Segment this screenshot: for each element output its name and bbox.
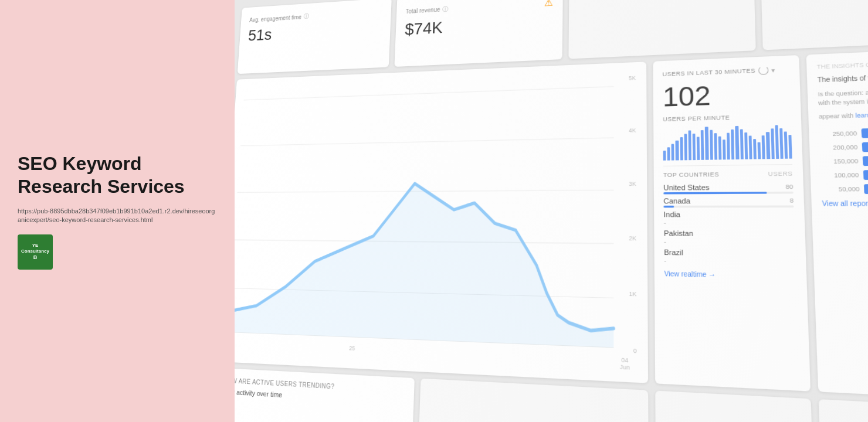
bottom-card-placeholder-1 [418,379,648,422]
country-name-in: India [664,210,795,219]
y-label-2k: 2K [629,235,636,242]
country-item-us: United States 80 [663,183,794,195]
logo-badge: YE Consultancy B [18,234,53,270]
h-bar-label-1: 250,000 [819,130,857,138]
upm-bar [705,127,708,160]
h-bar-row-2: 200,000 [820,140,868,152]
horizontal-bars: 250,000 200,000 150,000 [819,126,868,194]
upm-bar [762,135,765,159]
content-row: 5K 4K 3K 2K 1K 0 [235,47,868,401]
upm-bar [684,134,687,160]
upm-bar [727,133,730,160]
upm-bar [663,151,666,161]
line-chart-svg [235,72,637,354]
realtime-header: USERS IN LAST 30 MINUTES ▾ [662,64,789,79]
page-title: SEO Keyword Research Services [18,152,217,198]
upm-label: USERS PER MINUTE [663,113,791,122]
country-dash-br: - [664,257,795,266]
realtime-card: USERS IN LAST 30 MINUTES ▾ 102 USERS PER… [653,55,811,392]
upm-bar [740,129,743,159]
upm-bar [775,125,779,159]
realtime-count: 102 [663,79,791,111]
upm-bar [701,130,704,160]
right-card-desc1: Is the question: an order did some insig… [818,86,868,107]
h-bar-row-5: 50,000 [821,183,868,195]
info-icon-revenue: ⓘ [442,5,448,13]
upm-bar [697,137,700,160]
country-name-us: United States [663,183,710,192]
upm-bar [735,126,739,159]
chevron-icon: ▾ [771,66,775,74]
y-label-1k: 1K [629,291,636,298]
metric-value-revenue: $74K [405,12,553,39]
upm-bar [766,132,769,159]
x-label-space [482,350,482,364]
country-dash-pk: - [664,238,795,247]
bottom-card-placeholder-3 [819,399,868,422]
upm-bar [779,128,784,159]
svg-line-1 [240,138,613,146]
upm-bar [771,128,775,159]
refresh-icon[interactable] [758,66,768,75]
h-bar-container-1 [862,126,868,138]
y-label-3k: 3K [629,181,636,187]
upm-bar [748,135,752,159]
y-label-5k: 5K [629,75,636,81]
upm-bar [676,141,679,161]
logo-text-line2: B [33,254,38,261]
upm-bar [710,130,713,160]
upm-bar [758,142,761,159]
y-label-0: 0 [633,348,637,355]
top-countries-header: TOP COUNTRIES USERS [663,164,793,178]
country-count-ca: 8 [790,197,794,204]
chart-y-labels: 5K 4K 3K 2K 1K 0 [629,75,637,355]
upm-bar [688,130,691,160]
country-item-in: India - [664,210,795,227]
country-count-us: 80 [785,183,793,190]
bottom-card-trending: HOW ARE ACTIVE USERS TRENDING? User acti… [235,367,415,422]
upm-bar [718,137,722,160]
h-bar-row-4: 100,000 [820,169,868,180]
y-label-4k: 4K [629,127,636,134]
h-bar-fill-4 [863,169,868,179]
metric-card-placeholder-2 [761,0,868,50]
left-panel: SEO Keyword Research Services https://pu… [0,0,235,422]
upm-bar [731,130,734,159]
view-all-reports-link[interactable]: View all reports → [822,199,868,207]
h-bar-label-4: 100,000 [821,171,859,179]
h-bar-container-4 [863,169,868,180]
metric-card-engagement: Avg. engagement time ⓘ 51s [238,0,392,74]
country-name-ca: Canada [663,197,690,205]
h-bar-row-1: 250,000 [819,126,868,139]
h-bar-container-5 [864,183,868,194]
country-item-pk: Pakistan - [664,229,795,247]
upm-bar [744,132,748,159]
upm-bar [667,147,670,161]
dashboard-container: Avg. engagement time ⓘ 51s Total revenue… [235,0,868,422]
right-card-desc2: appear with learn more [819,108,868,121]
upm-bar [788,135,792,159]
page-url: https://pub-8895dbba28b347f09eb1b991b10a… [18,207,217,225]
metric-card-placeholder-1 [568,0,755,59]
h-bar-container-2 [862,140,868,152]
svg-line-0 [244,87,614,100]
h-bar-label-3: 150,000 [820,158,859,165]
learn-more-link[interactable]: learn more [855,111,868,119]
users-col-label: USERS [768,170,793,177]
metric-card-revenue: Total revenue ⓘ ⚠ $74K [394,0,563,67]
right-card-title: THE INSIGHTS OF YOUR... [817,57,868,70]
country-bar-us [663,192,793,195]
h-bar-fill-1 [862,126,868,138]
x-label-25: 25 [349,345,355,358]
view-realtime-link[interactable]: View realtime → [664,270,796,280]
warning-icon: ⚠ [544,0,553,9]
h-bar-label-2: 200,000 [820,144,858,151]
upm-bar [714,133,717,159]
top-countries-label: TOP COUNTRIES [663,171,719,178]
upm-bar-chart [663,125,792,161]
country-bar-fill-us [663,192,767,194]
h-bar-row-3: 150,000 [820,154,868,166]
line-chart-card: 5K 4K 3K 2K 1K 0 [235,62,648,383]
country-list: United States 80 Canada 8 [663,183,796,267]
svg-marker-6 [235,182,614,348]
